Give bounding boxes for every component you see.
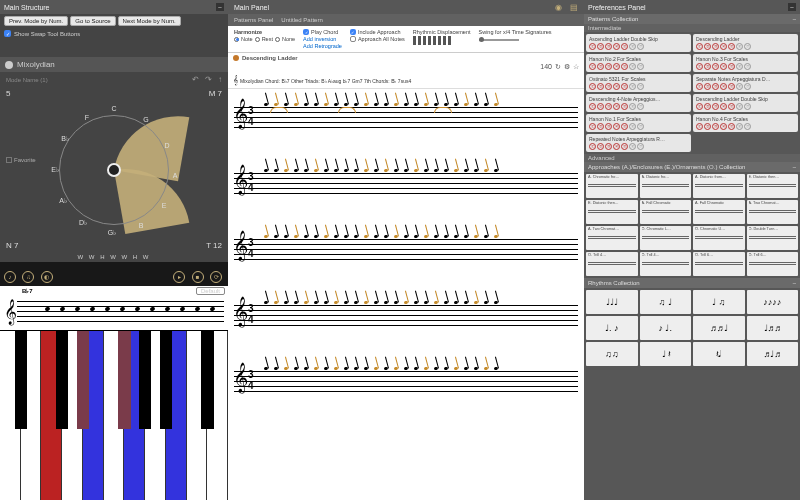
- main-structure-header: Main Structure –: [0, 0, 228, 14]
- rhythm-thumb[interactable]: ♫ ♩: [640, 290, 692, 314]
- mode-nav-buttons: Prev. Mode by Num. Go to Source Next Mod…: [0, 14, 228, 28]
- approach-thumb[interactable]: A. Two Chromat…: [747, 200, 799, 224]
- rhythm-thumb[interactable]: 𝄽 ♩: [693, 342, 745, 366]
- approach-thumb[interactable]: A. Diatonic from…: [693, 174, 745, 198]
- wheel-hub-icon: [107, 163, 121, 177]
- rhythm-thumb[interactable]: ♪♪♪♪: [747, 290, 799, 314]
- approach-thumb[interactable]: A. Two Chromat…: [586, 226, 638, 250]
- tab-icon-circle[interactable]: ◉: [555, 3, 562, 12]
- pattern-card[interactable]: Ascending Ladder Double Skip①②③④⑤⑥⑦: [586, 34, 691, 52]
- left-column: Main Structure – Prev. Mode by Num. Go t…: [0, 0, 228, 500]
- favorite-toggle[interactable]: Favorite: [6, 157, 36, 163]
- pattern-card[interactable]: Descending 4-Note Arpeggios…①②③④⑤⑥⑦: [586, 94, 691, 112]
- tab-icon-book[interactable]: ▤: [570, 3, 578, 12]
- radio-note[interactable]: [234, 37, 239, 42]
- approach-thumb[interactable]: O. Double Turn…: [747, 226, 799, 250]
- tool-circle-5[interactable]: ■: [192, 271, 204, 283]
- intermediate-patterns: Ascending Ladder Double Skip①②③④⑤⑥⑦Desce…: [584, 32, 800, 154]
- rhythm-thumb[interactable]: ♪ ♩.: [640, 316, 692, 340]
- tool-circle-2[interactable]: ♫: [22, 271, 34, 283]
- level-advanced[interactable]: Advanced: [584, 154, 800, 162]
- show-swap-label: Show Swap Tool Buttons: [14, 31, 80, 37]
- level-intermediate[interactable]: Intermediate: [584, 24, 800, 32]
- pattern-card[interactable]: Hanon No.1 For Scales①②③④⑤⑥⑦: [586, 114, 691, 132]
- scale-name-label: Mode Name (1): [6, 77, 48, 83]
- pattern-card[interactable]: Repeated Notes Arpeggiatura R…①②③④⑤⑥⑦: [586, 134, 691, 152]
- link-add-inversion[interactable]: Add inversion: [303, 36, 336, 42]
- show-swap-row: ✓ Show Swap Tool Buttons: [0, 28, 228, 39]
- approach-thumb[interactable]: O. Chromatic L…: [640, 226, 692, 250]
- undo-icon[interactable]: ↶: [192, 75, 199, 84]
- rhythm-thumb[interactable]: ♩ ♫: [693, 290, 745, 314]
- mini-chord-label: B♭7: [22, 287, 33, 294]
- approach-thumb[interactable]: A. Fall Chromatic: [693, 200, 745, 224]
- collapse-right-icon[interactable]: –: [788, 3, 796, 11]
- rhythm-thumb[interactable]: ♬♩♬: [747, 342, 799, 366]
- tempo-value[interactable]: 140: [540, 63, 552, 71]
- center-column: Main Panel ◉ ▤ Patterns Panel Untitled P…: [228, 0, 584, 500]
- go-source-button[interactable]: Go to Source: [70, 16, 115, 26]
- corner-br: T 12: [206, 241, 222, 250]
- pattern-card[interactable]: Descending Ladder Double Skip①②③④⑤⑥⑦: [693, 94, 798, 112]
- preferences-title: Preferences Panel: [588, 4, 646, 11]
- swing-slider[interactable]: [479, 39, 519, 41]
- approach-thumb[interactable]: O. Trill 4…: [640, 252, 692, 276]
- pattern-card[interactable]: Hanon No.2 For Scales①②③④⑤⑥⑦: [586, 54, 691, 72]
- staff-2: 𝄞 34: [234, 159, 578, 207]
- link-add-retrograde[interactable]: Add Retrograde: [303, 43, 342, 49]
- next-mode-button[interactable]: Next Mode by Num.: [118, 16, 181, 26]
- approach-thumb[interactable]: O. Trill 6…: [693, 252, 745, 276]
- approach-thumb[interactable]: E. Diatonic then…: [747, 174, 799, 198]
- pattern-card[interactable]: Ostinato 5321 For Scales①②③④⑤⑥⑦: [586, 74, 691, 92]
- app-root: Main Structure – Prev. Mode by Num. Go t…: [0, 0, 800, 500]
- arrow-up-icon[interactable]: ↑: [218, 75, 222, 84]
- rhythm-thumb[interactable]: ♫♫: [586, 342, 638, 366]
- tool-circle-4[interactable]: ▸: [173, 271, 185, 283]
- rhythm-thumb[interactable]: ♬♬♩: [693, 316, 745, 340]
- harmonize-label: Harmonize: [234, 29, 295, 35]
- tab-patterns-panel[interactable]: Patterns Panel: [234, 17, 273, 23]
- chk-approach-all[interactable]: [350, 36, 356, 42]
- approach-thumb[interactable]: O. Chromatic U…: [693, 226, 745, 250]
- pattern-dot-icon: [233, 55, 239, 61]
- tool-circle-1[interactable]: ♪: [4, 271, 16, 283]
- rhythm-thumb[interactable]: ♩♬♬: [747, 316, 799, 340]
- tab-main-panel[interactable]: Main Panel: [234, 4, 269, 11]
- rhythmic-slider[interactable]: [413, 36, 471, 45]
- pattern-card[interactable]: Hanon No.4 For Scales①②③④⑤⑥⑦: [693, 114, 798, 132]
- preset-select[interactable]: Default: [196, 287, 225, 295]
- pattern-card[interactable]: Descending Ladder①②③④⑤⑥⑦: [693, 34, 798, 52]
- tab-untitled-pattern[interactable]: Untitled Pattern: [281, 17, 322, 23]
- pattern-title: Descending Ladder: [242, 55, 298, 61]
- chk-include-approach[interactable]: ✓: [350, 29, 356, 35]
- chk-play-chord[interactable]: ✓: [303, 29, 309, 35]
- settings-icon[interactable]: ⚙: [564, 63, 570, 71]
- pattern-card[interactable]: Separate Notes Arpeggiatura D…①②③④⑤⑥⑦: [693, 74, 798, 92]
- refresh-icon[interactable]: ↻: [555, 63, 561, 71]
- tool-circle-3[interactable]: ◐: [41, 271, 53, 283]
- staves-area[interactable]: 𝄞 34 𝄞 34: [228, 89, 584, 500]
- redo-icon[interactable]: ↷: [205, 75, 212, 84]
- pattern-card[interactable]: Hanon No.3 For Scales①②③④⑤⑥⑦: [693, 54, 798, 72]
- radio-none[interactable]: [275, 37, 280, 42]
- radio-rest[interactable]: [255, 37, 260, 42]
- piano-keyboard[interactable]: [0, 330, 228, 500]
- collapse-icon[interactable]: –: [216, 3, 224, 11]
- show-swap-checkbox[interactable]: ✓: [4, 30, 11, 37]
- approach-thumb[interactable]: A. Diatonic fro…: [640, 174, 692, 198]
- approach-thumb[interactable]: A. Fall Chromatic: [640, 200, 692, 224]
- prev-mode-button[interactable]: Prev. Mode by Num.: [4, 16, 68, 26]
- approach-thumb[interactable]: O. Trill 6…: [747, 252, 799, 276]
- rhythm-thumb[interactable]: ♩ 𝄽: [640, 342, 692, 366]
- star-icon[interactable]: ☆: [573, 63, 579, 71]
- approach-thumb[interactable]: E. Diatonic then…: [586, 200, 638, 224]
- approaches-header: Approaches (A.)/Enclosures (E.)/Ornament…: [584, 162, 800, 172]
- sub-tabbar: Patterns Panel Untitled Pattern: [228, 14, 584, 26]
- tool-circle-6[interactable]: ⟳: [210, 271, 222, 283]
- wheel-controls: Mode Name (1) ↶ ↷ ↑: [0, 72, 228, 87]
- approach-thumb[interactable]: O. Trill 4…: [586, 252, 638, 276]
- approach-thumb[interactable]: A. Chromatic fro…: [586, 174, 638, 198]
- rhythm-thumb[interactable]: ♩♩♩: [586, 290, 638, 314]
- circle-of-fifths[interactable]: 5 M 7 N 7 T 12 Favorite C G D A E B G♭ D…: [0, 87, 228, 252]
- rhythm-thumb[interactable]: ♩. ♪: [586, 316, 638, 340]
